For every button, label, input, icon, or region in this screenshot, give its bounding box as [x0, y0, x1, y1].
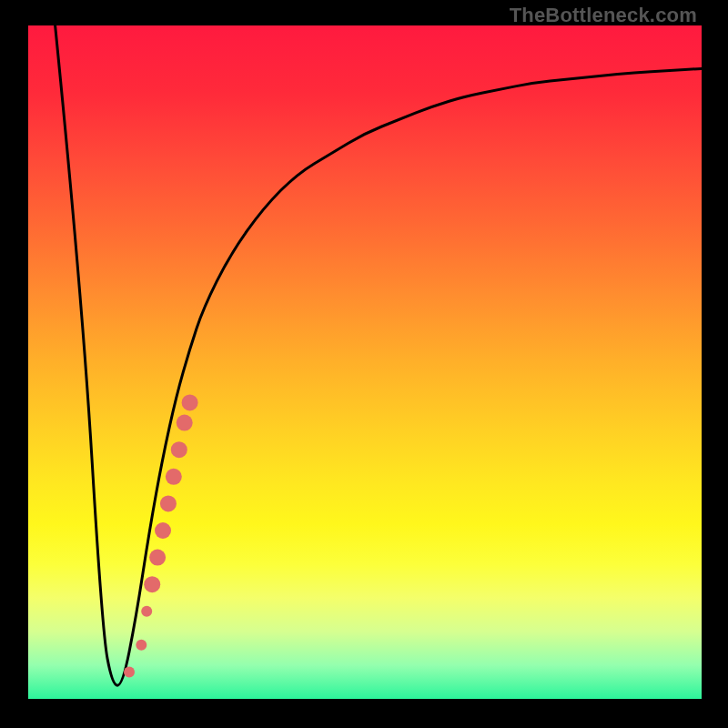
data-marker: [182, 394, 198, 410]
data-marker: [136, 640, 147, 651]
data-marker: [155, 522, 171, 539]
data-marker: [149, 550, 166, 566]
data-marker: [141, 606, 152, 617]
chart-frame: TheBottleneck.com: [0, 0, 728, 728]
data-marker: [144, 576, 160, 592]
attribution-watermark: TheBottleneck.com: [510, 4, 697, 27]
data-markers: [124, 394, 198, 677]
data-marker: [160, 495, 177, 511]
data-marker: [166, 469, 182, 485]
bottleneck-curve-svg: [28, 25, 702, 699]
data-marker: [124, 666, 135, 677]
data-marker: [171, 441, 187, 458]
plot-area: [28, 25, 702, 699]
data-marker: [177, 415, 193, 431]
